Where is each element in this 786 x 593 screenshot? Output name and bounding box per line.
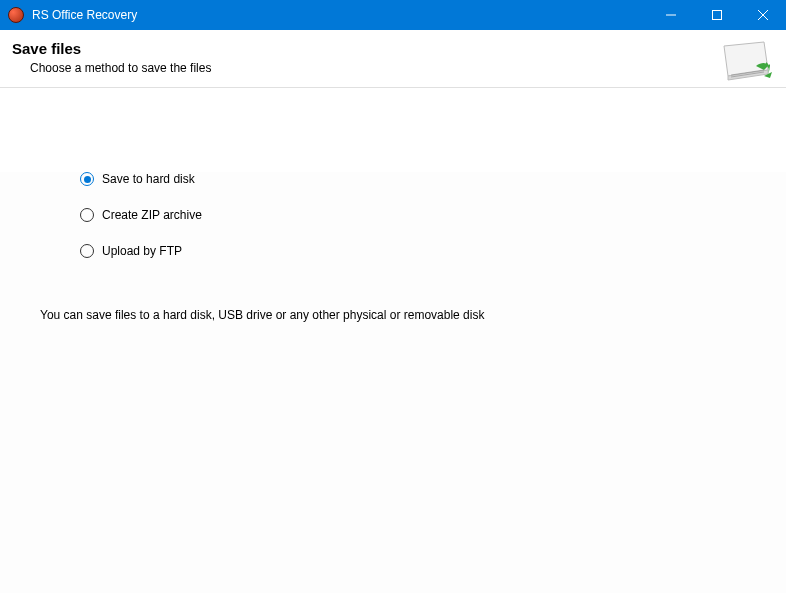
close-window-button[interactable] [740,0,786,30]
header-separator [0,87,786,88]
maximize-button[interactable] [694,0,740,30]
radio-icon [80,208,94,222]
minimize-button[interactable] [648,0,694,30]
wizard-header: Save files Choose a method to save the f… [0,30,786,87]
radio-label: Save to hard disk [102,172,195,186]
radio-create-zip[interactable]: Create ZIP archive [80,208,774,222]
radio-icon [80,172,94,186]
save-options-group: Save to hard disk Create ZIP archive Upl… [80,172,774,258]
radio-upload-ftp[interactable]: Upload by FTP [80,244,774,258]
radio-save-hard-disk[interactable]: Save to hard disk [80,172,774,186]
app-icon [8,7,24,23]
titlebar: RS Office Recovery [0,0,786,30]
page-title: Save files [12,40,774,57]
wizard-content: Save to hard disk Create ZIP archive Upl… [0,172,786,593]
hard-disk-icon [720,40,772,80]
page-subtitle: Choose a method to save the files [30,61,774,75]
radio-label: Upload by FTP [102,244,182,258]
radio-label: Create ZIP archive [102,208,202,222]
radio-icon [80,244,94,258]
option-description: You can save files to a hard disk, USB d… [40,308,774,322]
svg-rect-1 [713,11,722,20]
app-title: RS Office Recovery [32,8,137,22]
